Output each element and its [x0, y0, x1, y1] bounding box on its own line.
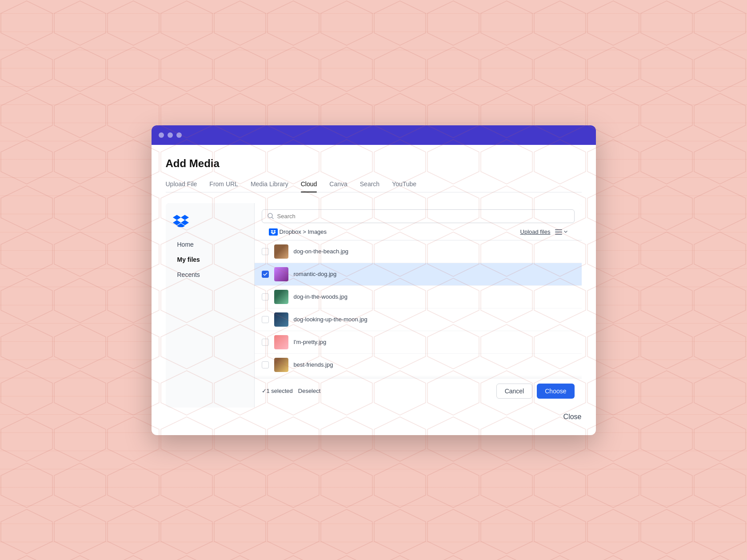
- table-row[interactable]: dog-on-the-beach.jpg: [255, 240, 582, 263]
- view-options-button[interactable]: [555, 229, 567, 235]
- svg-rect-1: [555, 229, 562, 230]
- file-thumbnail-4: [274, 312, 288, 327]
- breadcrumb: Dropbox > Images: [269, 228, 327, 236]
- sidebar-item-home[interactable]: Home: [173, 238, 247, 251]
- traffic-light-3[interactable]: [176, 132, 182, 138]
- selected-info: ✓1 selected Deselect: [262, 388, 321, 394]
- breadcrumb-dropbox-icon: [269, 228, 278, 236]
- footer-actions: Cancel Choose: [496, 384, 575, 399]
- file-checkbox-1[interactable]: [262, 248, 269, 255]
- tab-search[interactable]: Search: [360, 180, 379, 192]
- file-name-6: best-friends.jpg: [294, 361, 333, 368]
- dropbox-icon: [173, 214, 189, 227]
- file-list: dog-on-the-beach.jpg romantic-dog.jpg: [255, 240, 582, 378]
- search-bar-container: [262, 209, 575, 223]
- traffic-light-2[interactable]: [168, 132, 173, 138]
- file-checkbox-2[interactable]: [262, 271, 269, 278]
- tab-media-library[interactable]: Media Library: [251, 180, 288, 192]
- selected-count: ✓1 selected: [262, 388, 293, 394]
- tab-cloud[interactable]: Cloud: [301, 180, 317, 192]
- breadcrumb-bar: Dropbox > Images Upload files: [262, 228, 575, 240]
- table-row[interactable]: best-friends.jpg: [255, 354, 582, 376]
- dropbox-logo: [173, 214, 247, 229]
- breadcrumb-text: Dropbox > Images: [280, 228, 327, 235]
- sidebar-nav: Home My files Recents: [173, 238, 247, 281]
- file-thumbnail-1: [274, 244, 288, 259]
- upload-files-link[interactable]: Upload files: [520, 228, 551, 235]
- footer-bar: ✓1 selected Deselect Cancel Choose: [255, 378, 582, 404]
- file-name-2: romantic-dog.jpg: [294, 271, 337, 277]
- file-checkbox-6[interactable]: [262, 361, 269, 368]
- tab-from-url[interactable]: From URL: [209, 180, 238, 192]
- file-thumbnail-2: [274, 267, 288, 281]
- svg-rect-2: [555, 232, 562, 232]
- file-name-4: dog-looking-up-the-moon.jpg: [294, 316, 368, 323]
- tab-bar: Upload File From URL Media Library Cloud…: [166, 180, 582, 192]
- file-browser-top: Dropbox > Images Upload files: [255, 203, 582, 240]
- file-checkbox-4[interactable]: [262, 316, 269, 323]
- file-thumbnail-5: [274, 335, 288, 349]
- sidebar-item-my-files[interactable]: My files: [173, 253, 247, 266]
- file-browser: Dropbox > Images Upload files: [255, 203, 582, 408]
- chevron-down-icon: [564, 231, 567, 233]
- hamburger-icon: [555, 229, 562, 235]
- page-title: Add Media: [166, 157, 582, 170]
- table-row[interactable]: romantic-dog.jpg: [255, 263, 582, 286]
- file-name-1: dog-on-the-beach.jpg: [294, 248, 349, 255]
- file-thumbnail-3: [274, 290, 288, 304]
- breadcrumb-actions: Upload files: [520, 228, 567, 235]
- search-icon: [268, 213, 274, 219]
- file-checkbox-5[interactable]: [262, 339, 269, 346]
- file-name-3: dog-in-the-woods.jpg: [294, 293, 348, 300]
- sidebar-item-recents[interactable]: Recents: [173, 268, 247, 281]
- deselect-button[interactable]: Deselect: [298, 388, 321, 394]
- choose-button[interactable]: Choose: [537, 384, 574, 399]
- close-button[interactable]: Close: [166, 408, 582, 421]
- table-row[interactable]: dog-in-the-woods.jpg: [255, 286, 582, 308]
- cancel-button[interactable]: Cancel: [496, 384, 533, 399]
- table-row[interactable]: dog-looking-up-the-moon.jpg: [255, 308, 582, 331]
- table-row[interactable]: I'm-pretty.jpg: [255, 331, 582, 354]
- tab-upload-file[interactable]: Upload File: [166, 180, 197, 192]
- file-name-5: I'm-pretty.jpg: [294, 339, 327, 345]
- file-checkbox-3[interactable]: [262, 293, 269, 300]
- traffic-light-1[interactable]: [159, 132, 164, 138]
- titlebar: [152, 125, 596, 145]
- checkmark-icon: [263, 272, 268, 276]
- main-window: Add Media Upload File From URL Media Lib…: [152, 125, 596, 435]
- svg-rect-3: [555, 234, 562, 235]
- tab-canva[interactable]: Canva: [329, 180, 347, 192]
- file-thumbnail-6: [274, 358, 288, 372]
- tab-youtube[interactable]: YouTube: [392, 180, 416, 192]
- search-input[interactable]: [277, 213, 569, 220]
- cloud-panel: Home My files Recents: [166, 203, 582, 408]
- window-content: Add Media Upload File From URL Media Lib…: [152, 145, 596, 435]
- dropbox-sidebar: Home My files Recents: [166, 203, 255, 408]
